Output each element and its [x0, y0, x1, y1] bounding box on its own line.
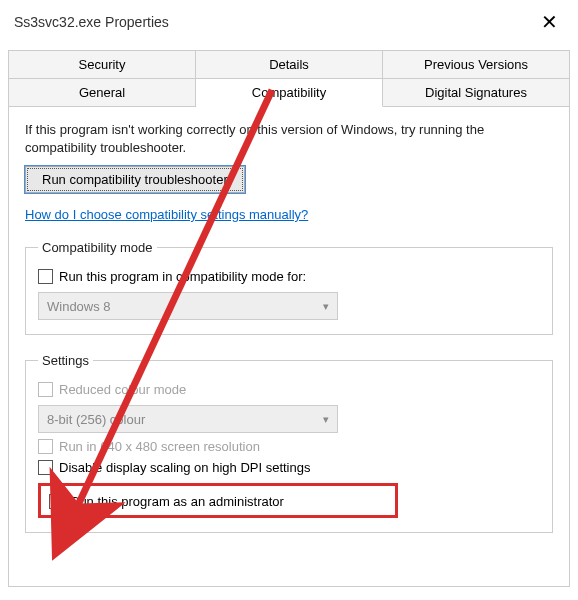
- compatibility-mode-legend: Compatibility mode: [38, 240, 157, 255]
- colour-mode-select-value: 8-bit (256) colour: [47, 412, 145, 427]
- tab-compatibility[interactable]: Compatibility: [196, 79, 383, 107]
- compatibility-panel: If this program isn't working correctly …: [8, 107, 570, 587]
- low-res-label: Run in 640 x 480 screen resolution: [59, 439, 260, 454]
- reduced-colour-checkbox: [38, 382, 53, 397]
- highlight-annotation: Run this program as an administrator: [38, 483, 398, 518]
- tab-previous-versions[interactable]: Previous Versions: [383, 50, 570, 79]
- settings-legend: Settings: [38, 353, 93, 368]
- compat-mode-select[interactable]: Windows 8 ▾: [38, 292, 338, 320]
- compat-mode-checkbox[interactable]: [38, 269, 53, 284]
- tabs-container: Security Details Previous Versions Gener…: [8, 50, 570, 107]
- tab-details[interactable]: Details: [196, 50, 383, 79]
- compat-mode-label: Run this program in compatibility mode f…: [59, 269, 306, 284]
- run-as-admin-checkbox[interactable]: [49, 494, 64, 509]
- close-icon[interactable]: ✕: [535, 10, 564, 34]
- checkmark-icon: [51, 496, 62, 507]
- tab-security[interactable]: Security: [8, 50, 196, 79]
- tab-general[interactable]: General: [8, 79, 196, 107]
- window-title: Ss3svc32.exe Properties: [14, 14, 169, 30]
- chevron-down-icon: ▾: [323, 413, 329, 426]
- settings-group: Settings Reduced colour mode 8-bit (256)…: [25, 353, 553, 533]
- tab-digital-signatures[interactable]: Digital Signatures: [383, 79, 570, 107]
- run-troubleshooter-button[interactable]: Run compatibility troubleshooter: [25, 166, 245, 193]
- compat-mode-select-value: Windows 8: [47, 299, 111, 314]
- chevron-down-icon: ▾: [323, 300, 329, 313]
- intro-text: If this program isn't working correctly …: [25, 121, 553, 156]
- manual-settings-link[interactable]: How do I choose compatibility settings m…: [25, 207, 308, 222]
- low-res-checkbox: [38, 439, 53, 454]
- compatibility-mode-group: Compatibility mode Run this program in c…: [25, 240, 553, 335]
- run-as-admin-label: Run this program as an administrator: [70, 494, 284, 509]
- colour-mode-select: 8-bit (256) colour ▾: [38, 405, 338, 433]
- reduced-colour-label: Reduced colour mode: [59, 382, 186, 397]
- disable-dpi-label: Disable display scaling on high DPI sett…: [59, 460, 310, 475]
- disable-dpi-checkbox[interactable]: [38, 460, 53, 475]
